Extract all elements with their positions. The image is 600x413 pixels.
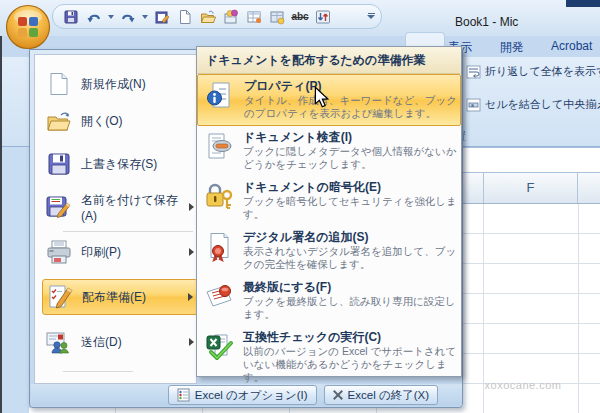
properties-icon (205, 79, 237, 122)
submenu-item-desc: ブックを暗号化してセキュリティを強化します。 (243, 195, 457, 221)
submenu-item-title: デジタル署名の追加(S) (243, 230, 457, 245)
new-document-icon[interactable] (175, 7, 195, 26)
redo-icon[interactable] (118, 7, 138, 26)
menu-item-open[interactable]: 開く(O) (42, 103, 198, 139)
table-icon[interactable] (244, 7, 264, 26)
submenu-item-desc: タイトル、作成者、キーワードなど、ブックのプロパティを表示および編集します。 (244, 94, 458, 120)
tab-developer[interactable]: 開発 (500, 39, 524, 56)
excel-options-label: Excel のオプション(I) (195, 388, 308, 403)
undo-dropdown-icon[interactable] (108, 15, 114, 19)
excel-options-button[interactable]: Excel のオプション(I) (168, 385, 317, 405)
watermark: xoxocane.com (468, 379, 578, 391)
submenu-item-compatibility[interactable]: 互換性チェックの実行(C) 以前のバージョンの Excel でサポートされていな… (197, 326, 461, 376)
open-icon[interactable] (198, 7, 218, 26)
submenu-item-desc: ブックに隠しメタデータや個人情報がないかどうかをチェックします。 (243, 145, 457, 171)
office-menu-left-panel: 新規作成(N) 開く(O) 上書き保存(S) 名前を付けて保存(A) (34, 54, 197, 384)
menu-item-label: 印刷(P) (81, 244, 121, 261)
close-x-icon (333, 390, 343, 400)
submenu-item-finalize[interactable]: 最終版にする(F) ブックを最終版とし、読み取り専用に設定します。 (197, 276, 461, 326)
save-icon (46, 151, 72, 177)
new-document-icon (46, 71, 72, 97)
wrap-text-label: 折り返して全体を表示す (485, 64, 600, 79)
undo-icon[interactable] (84, 7, 104, 26)
formula-bar[interactable] (462, 147, 600, 173)
menu-separator (63, 231, 193, 232)
options-icon (177, 388, 190, 402)
menu-item-new[interactable]: 新規作成(N) (42, 66, 198, 102)
submenu-item-encrypt[interactable]: ドキュメントの暗号化(E) ブックを暗号化してセキュリティを強化します。 (197, 176, 461, 226)
table-badge-icon[interactable] (267, 7, 287, 26)
exit-excel-button[interactable]: Excel の終了(X) (324, 385, 438, 405)
sort-icon[interactable] (313, 7, 333, 26)
submenu-arrow-icon (189, 248, 194, 256)
submenu-item-signature[interactable]: デジタル署名の追加(S) 表示されないデジタル署名を追加して、ブックの完全性を確… (197, 226, 461, 276)
window-corner-strip (566, 0, 600, 7)
submenu-arrow-icon (189, 338, 194, 346)
menu-item-save-as[interactable]: 名前を付けて保存(A) (42, 189, 198, 225)
submenu-item-title: プロパティ(P) (244, 79, 458, 94)
exit-excel-label: Excel の終了(X) (348, 388, 429, 403)
svg-text:a: a (471, 102, 474, 108)
open-folder-icon (46, 108, 72, 134)
submenu-item-inspect[interactable]: ドキュメント検査(I) ブックに隠しメタデータや個人情報がないかどうかをチェック… (197, 126, 461, 176)
merge-center-label: セルを結合して中央揃え (485, 97, 600, 112)
submenu-item-properties[interactable]: プロパティ(P) タイトル、作成者、キーワードなど、ブックのプロパティを表示およ… (197, 74, 461, 126)
menu-item-save[interactable]: 上書き保存(S) (42, 146, 198, 182)
inspect-document-icon (204, 130, 236, 173)
menu-item-label: 名前を付けて保存(A) (81, 192, 180, 223)
comment-balloons-icon[interactable] (221, 7, 241, 26)
submenu-item-title: ドキュメントの暗号化(E) (243, 180, 457, 195)
column-header-row: F (462, 173, 600, 204)
send-email-icon (46, 329, 72, 355)
submenu-item-title: ドキュメント検査(I) (243, 130, 457, 145)
submenu-item-desc: 以前のバージョンの Excel でサポートされていない機能があるかどうかをチェッ… (243, 345, 457, 384)
menu-item-label: 上書き保存(S) (81, 156, 157, 173)
compatibility-check-icon (204, 330, 236, 373)
wrap-text-button[interactable]: 折り返して全体を表示す (466, 64, 600, 79)
spreadsheet-grid-bottom (29, 408, 462, 413)
menu-item-label: 新規作成(N) (81, 76, 146, 93)
submenu-item-title: 互換性チェックの実行(C) (243, 330, 457, 345)
mouse-cursor (314, 86, 329, 112)
merge-center-icon: a (466, 98, 481, 112)
submenu-arrow-icon (188, 293, 193, 301)
mark-final-icon (204, 280, 236, 323)
digital-signature-icon (204, 230, 236, 273)
submenu-item-title: 最終版にする(F) (243, 280, 457, 295)
wrap-text-icon (466, 65, 481, 79)
menu-separator (63, 371, 133, 372)
menu-item-label: 開く(O) (81, 113, 123, 130)
menu-item-prepare[interactable]: 配布準備(E) (42, 279, 198, 315)
column-header-f[interactable]: F (483, 173, 578, 203)
redo-dropdown-icon[interactable] (142, 15, 148, 19)
prepare-checklist-icon (47, 284, 73, 310)
menu-item-label: 送信(D) (81, 334, 122, 351)
save-icon[interactable] (61, 7, 81, 26)
quick-access-toolbar: abc (52, 4, 382, 29)
customize-qat-icon[interactable] (364, 9, 378, 23)
submenu-item-desc: ブックを最終版とし、読み取り専用に設定します。 (243, 295, 457, 321)
submenu-header: ドキュメントを配布するための準備作業 (197, 47, 461, 74)
printer-icon (46, 239, 72, 265)
window-title: Book1 - Mic (455, 15, 600, 29)
menu-item-send[interactable]: 送信(D) (42, 324, 198, 360)
tab-acrobat[interactable]: Acrobat (551, 39, 592, 53)
office-menu-footer: Excel のオプション(I) Excel の終了(X) (31, 384, 462, 406)
submenu-item-desc: 表示されないデジタル署名を追加して、ブックの完全性を確保します。 (243, 245, 457, 271)
menu-item-label: 配布準備(E) (82, 289, 146, 306)
lock-key-icon (204, 180, 236, 223)
save-as-icon (46, 194, 72, 220)
merge-center-button[interactable]: a セルを結合して中央揃え (466, 97, 600, 112)
menu-item-print[interactable]: 印刷(P) (42, 234, 198, 270)
office-button[interactable] (5, 4, 51, 50)
prepare-submenu: ドキュメントを配布するための準備作業 プロパティ(P) タイトル、作成者、キーワ… (196, 46, 462, 377)
submenu-arrow-icon (189, 203, 194, 211)
strikethrough-icon[interactable]: abc (290, 7, 310, 26)
edit-sheet-icon[interactable] (152, 7, 172, 26)
